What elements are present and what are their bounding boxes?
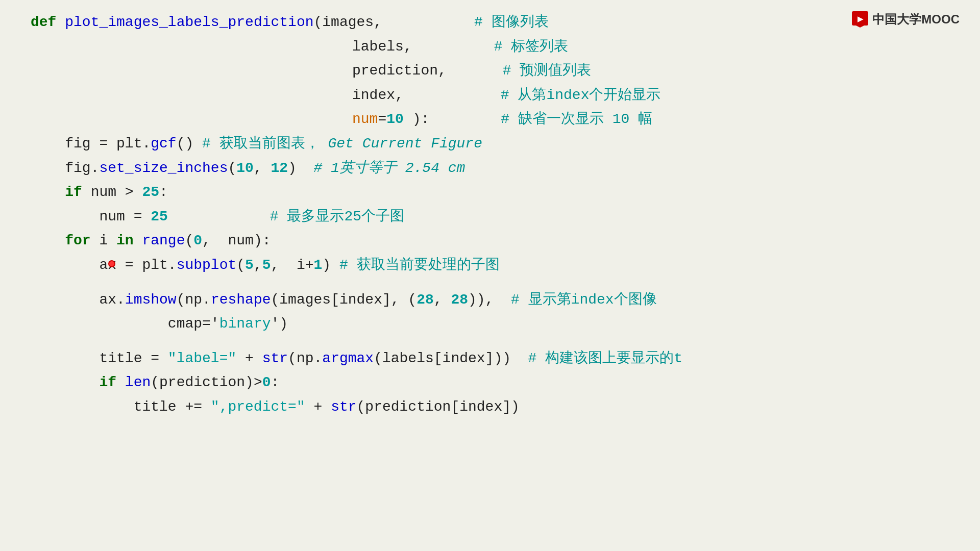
code-text: +: [236, 346, 262, 371]
code-text: (: [236, 253, 245, 278]
code-text: '): [271, 312, 288, 336]
keyword-for: for: [31, 229, 99, 253]
code-text: num >: [91, 180, 142, 205]
code-text: num =: [31, 205, 151, 229]
code-line-8: if num > 25:: [31, 180, 949, 205]
code-text: (prediction)>: [151, 370, 262, 395]
code-text: :: [271, 370, 280, 395]
code-text: :: [159, 180, 168, 205]
code-text: ): [322, 253, 339, 278]
svg-text:▶: ▶: [857, 15, 864, 23]
keyword-if2: if: [31, 370, 125, 395]
code-line-2: labels,# 标签列表: [31, 35, 949, 59]
code-text: prediction,: [352, 59, 447, 83]
code-text: ): [288, 156, 313, 181]
comment-5: # 缺省一次显示 10 幅: [501, 107, 652, 132]
string-binary: binary: [219, 312, 271, 336]
number-25b: 25: [151, 205, 168, 229]
code-text: , i+: [271, 253, 314, 278]
code-text: fig.: [31, 156, 99, 181]
number-10: 10: [386, 107, 404, 132]
logo-area: ▶ 中国大学MOOC: [851, 10, 960, 29]
code-line-6: fig = plt.gcf() # 获取当前图表， Get Current Fi…: [31, 132, 949, 156]
code-line-17: if len(prediction)>0:: [31, 370, 949, 395]
code-text: ,: [254, 156, 271, 181]
code-text: index,: [352, 83, 404, 108]
keyword-def: def: [31, 10, 65, 35]
code-text: +: [305, 395, 331, 419]
comment-13: # 显示第index个图像: [511, 288, 657, 312]
number-0: 0: [193, 229, 202, 253]
logo-svg: ▶: [851, 10, 869, 29]
call-str: str: [262, 346, 288, 371]
code-text: ):: [404, 107, 429, 132]
code-text: labels,: [352, 35, 412, 59]
code-text: ,: [434, 288, 451, 312]
code-line-14: cmap='binary'): [31, 312, 949, 336]
number-5a: 5: [245, 253, 254, 278]
keyword-in: in: [116, 229, 142, 253]
code-text: ,: [254, 253, 262, 278]
number-0b: 0: [262, 370, 271, 395]
comment-9: # 最多显示25个子图: [270, 205, 404, 229]
code-line-18: title += ",predict=" + str(prediction[in…: [31, 395, 949, 419]
function-name: plot_images_labels_prediction: [65, 10, 313, 35]
call-str2: str: [331, 395, 356, 419]
code-text: (: [228, 156, 236, 181]
code-text: =: [378, 107, 386, 132]
code-text: (prediction[index]): [357, 395, 520, 419]
comment-6b: Get Current Figure: [320, 132, 482, 156]
number-28b: 28: [451, 288, 468, 312]
code-line-3: prediction,# 预测值列表: [31, 59, 949, 83]
code-line-4: index,# 从第index个开始显示: [31, 83, 949, 108]
comment-3: # 预测值列表: [503, 59, 592, 83]
code-text: (images[index], (: [271, 288, 417, 312]
code-line-7: fig.set_size_inches(10, 12) # 1英寸等于 2.54…: [31, 156, 949, 181]
code-line-11: ax = plt.subplot(5,5, i+1) # 获取当前要处理的子图: [31, 253, 949, 278]
code-line-16: title = "label=" + str(np.argmax(labels[…: [31, 346, 949, 371]
comment-4: # 从第index个开始显示: [501, 83, 661, 108]
code-text: (np.: [288, 346, 322, 371]
comment-7: # 1英寸等于 2.54 cm: [314, 156, 465, 181]
svg-marker-1: [854, 24, 866, 28]
number-25: 25: [142, 180, 159, 205]
code-text: title =: [31, 346, 168, 371]
code-text: (labels[index])): [374, 346, 528, 371]
comment-11: # 获取当前要处理的子图: [339, 253, 500, 278]
logo-text: 中国大学MOOC: [872, 11, 960, 28]
code-line-15: [31, 336, 949, 346]
code-line-1: def plot_images_labels_prediction(images…: [31, 10, 949, 35]
code-line-13: ax.imshow(np.reshape(images[index], (28,…: [31, 288, 949, 312]
call-imshow: imshow: [125, 288, 177, 312]
number-12: 12: [271, 156, 288, 181]
code-text: (images,: [314, 10, 382, 35]
number-5b: 5: [262, 253, 271, 278]
code-text: i: [99, 229, 116, 253]
number-10b: 10: [236, 156, 254, 181]
code-block: def plot_images_labels_prediction(images…: [0, 0, 980, 430]
number-1: 1: [314, 253, 323, 278]
keyword-if: if: [31, 180, 91, 205]
code-text: (: [185, 229, 193, 253]
call-gcf: gcf: [151, 132, 176, 156]
string-label: "label=": [168, 346, 236, 371]
code-text: fig = plt.: [31, 132, 151, 156]
string-predict: ",predict=": [211, 395, 305, 419]
call-set-size: set_size_inches: [99, 156, 228, 181]
number-28a: 28: [416, 288, 434, 312]
code-text: )),: [468, 288, 511, 312]
code-text: (): [177, 132, 202, 156]
code-line-5: num=10 ):# 缺省一次显示 10 幅: [31, 107, 949, 132]
logo-icon: ▶ 中国大学MOOC: [851, 10, 960, 29]
code-text: cmap=': [31, 312, 219, 336]
call-argmax: argmax: [322, 346, 374, 371]
call-len: len: [125, 370, 151, 395]
code-line-10: for i in range(0, num):: [31, 229, 949, 253]
cursor-dot: [108, 260, 115, 267]
code-text: (np.: [177, 288, 211, 312]
code-text: , num):: [202, 229, 271, 253]
code-text: ax = plt.: [31, 253, 177, 278]
comment-1: # 图像列表: [474, 10, 549, 35]
call-range: range: [142, 229, 185, 253]
comment-2: # 标签列表: [494, 35, 569, 59]
